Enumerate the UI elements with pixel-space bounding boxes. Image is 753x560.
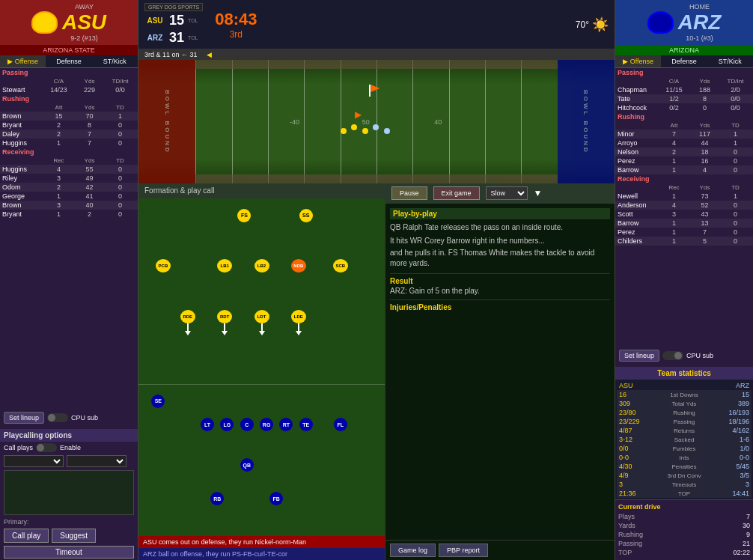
stat-asu-8: 4/30 [617, 462, 655, 471]
home-abbr: ARZ [678, 10, 722, 34]
away-abbr: ASU [62, 10, 106, 34]
stat-label-1: Total Yds [655, 399, 713, 408]
right-passing-row-1: Tate1/280/0 [615, 94, 753, 103]
right-cpu-sub-toggle[interactable] [662, 351, 683, 360]
stat-arz-8: 5/45 [713, 462, 752, 471]
left-stats-tabs: ▶ Offense Defense ST/Kick [0, 55, 138, 68]
pbp-buttons: Game log PBP report [385, 540, 615, 560]
stat-label-6: Fumbles [655, 444, 713, 453]
drive-label-2: Rushing [618, 531, 643, 538]
right-set-lineup-button[interactable]: Set lineup [619, 350, 659, 362]
right-receiving-row-3: Barrow1130 [615, 219, 753, 228]
suggest-button[interactable]: Suggest [52, 529, 96, 543]
timeout-button[interactable]: Timeout [4, 546, 134, 559]
score-brand-area: GREY DOG SPORTS ASU 15 TOL ARZ 31 TOL [144, 3, 203, 46]
left-cpu-sub-toggle[interactable] [47, 413, 68, 422]
home-record: 10-1 (#3) [678, 34, 722, 42]
off-player-RG: RG [260, 418, 273, 431]
speed-dropdown-arrow[interactable]: ▼ [534, 188, 543, 198]
formation-panel: Formation & play call FS SS PCB LB1 [138, 183, 385, 560]
player-dot-3 [362, 128, 368, 134]
right-passing-row-0: Chapman11/151882/0 [615, 85, 753, 94]
left-lineup-row: Set lineup CPU sub [0, 410, 138, 426]
field-situation-bar: 3rd & 11 on ← 31 ◀ [138, 49, 615, 60]
playcalling-dropdowns [0, 454, 138, 469]
left-rushing-row-0: Brown15701 [0, 112, 138, 121]
off-player-TE: TE [299, 418, 313, 431]
right-tab-offense[interactable]: ▶ Offense [615, 55, 661, 67]
drive-row-1: Yards 30 [618, 521, 750, 530]
right-cpu-sub-label: CPU sub [686, 352, 713, 359]
arrow-rdt-head [222, 331, 228, 335]
play-announce-defense: ASU comes out on defense, they run Nicke… [138, 536, 385, 548]
right-rushing-row-2: Nelson2180 [615, 147, 753, 156]
left-panel: AWAY ASU 9-2 (#13) ARIZONA STATE ▶ Offen… [0, 0, 138, 560]
result-section: Result ARZ: Gain of 5 on the play. [390, 273, 610, 295]
call-plays-toggle[interactable] [36, 443, 57, 452]
clock-area: 08:43 3rd [215, 10, 257, 40]
stat-label-2: Rushing [655, 408, 713, 417]
center-panel: GREY DOG SPORTS ASU 15 TOL ARZ 31 TOL [138, 0, 615, 560]
line-40l2 [268, 60, 269, 183]
right-stats-tabs: ▶ Offense Defense ST/Kick [615, 55, 753, 68]
right-tab-defense[interactable]: Defense [661, 55, 707, 67]
pbp-report-button[interactable]: PBP report [439, 544, 488, 557]
speed-select[interactable]: Slow Normal Fast [486, 186, 528, 200]
arz-score-row: ARZ 31 TOL [144, 30, 203, 46]
line-40l [232, 60, 233, 183]
game-log-button[interactable]: Game log [390, 544, 436, 557]
drive-rows: Plays 7 Yards 30 Rushing 9 Passing 21 TO… [618, 512, 750, 557]
pause-button[interactable]: Pause [391, 186, 427, 200]
stat-asu-11: 21:36 [617, 489, 655, 498]
field-arrow: ◀ [207, 51, 212, 58]
current-drive-header: Current drive [618, 503, 750, 511]
stat-arz-1: 389 [713, 399, 752, 408]
call-play-button[interactable]: Call play [4, 529, 49, 543]
team-stats-row-0: 16 1st Downs 15 [617, 390, 752, 399]
drive-label-3: Passing [618, 540, 642, 547]
def-player-LB1: LB1 [217, 259, 232, 273]
result-title: Result [390, 277, 610, 285]
team-stats-row-7: 0-0 Ints 0-0 [617, 453, 752, 462]
left-tab-stkick[interactable]: ST/Kick [92, 55, 138, 67]
left-set-lineup-button[interactable]: Set lineup [4, 412, 44, 424]
team-stats-table: ASU ARZ 16 1st Downs 15 309 Total Yds 38… [617, 381, 752, 498]
team-stats-area: ASU ARZ 16 1st Downs 15 309 Total Yds 38… [615, 380, 753, 499]
right-passing-header: Passing [615, 68, 753, 77]
off-player-LG: LG [220, 418, 234, 431]
stat-asu-1: 309 [617, 399, 655, 408]
stat-label-0: 1st Downs [655, 390, 713, 399]
team-stats-row-10: 3 Timeouts 3 [617, 480, 752, 489]
left-cpu-sub-label: CPU sub [71, 414, 98, 421]
injuries-section: Injuries/Penalties [390, 299, 610, 311]
asu-team-label: ASU [144, 16, 165, 25]
play-select[interactable] [67, 455, 126, 467]
line-50 [304, 60, 305, 183]
formation-select[interactable] [4, 455, 64, 467]
right-passing-col-header: C/AYdsTD/Int [615, 77, 753, 85]
right-tab-stkick[interactable]: ST/Kick [707, 55, 753, 67]
off-player-FL: FL [334, 418, 347, 431]
play-announce-offense: ARZ ball on offense, they run PS-FB-curl… [138, 548, 385, 560]
left-tab-offense[interactable]: ▶ Offense [0, 55, 46, 67]
field-flag [369, 85, 371, 97]
football-field: BOWL BOUND BOWL BOUND [138, 60, 615, 183]
right-receiving-row-1: Anderson4520 [615, 201, 753, 210]
line-40r [412, 60, 413, 183]
def-player-LDT: LDT [254, 310, 269, 335]
exit-game-button[interactable]: Exit game [433, 186, 480, 200]
left-tab-defense[interactable]: Defense [46, 55, 91, 67]
stat-arz-7: 0-0 [713, 453, 752, 462]
drive-label-0: Plays [618, 513, 635, 520]
field-lines-container: -40 50 40 ▶ [195, 60, 557, 183]
call-plays-row: Call plays Enable [0, 442, 138, 454]
formation-header: Formation & play call [138, 183, 385, 198]
right-endzone: BOWL BOUND [558, 60, 615, 183]
home-team-header: HOME ARZ 10-1 (#3) [615, 0, 753, 45]
right-receiving-row-2: Scott3430 [615, 210, 753, 219]
def-player-LB2: LB2 [254, 259, 269, 273]
asu-score: 15 [168, 13, 185, 28]
scrimmage-line [138, 384, 385, 385]
off-player-SE: SE [151, 395, 165, 408]
football-position-arrow: ▶ [355, 109, 362, 120]
